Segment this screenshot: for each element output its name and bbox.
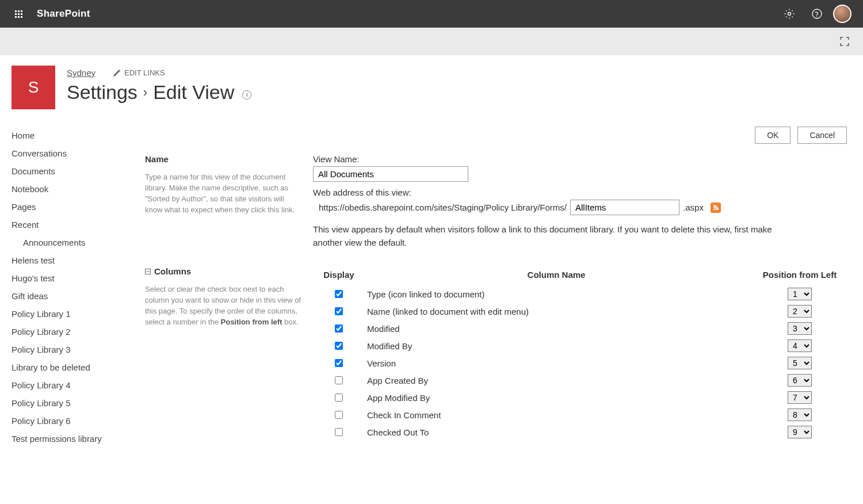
position-select[interactable]: 9 bbox=[788, 426, 812, 438]
page-title-settings[interactable]: Settings bbox=[67, 81, 138, 104]
section-columns: Columns Select or clear the check box ne… bbox=[145, 266, 851, 441]
nav-item[interactable]: Recent bbox=[12, 216, 145, 234]
nav-item[interactable]: Conversations bbox=[12, 144, 145, 162]
site-name-link[interactable]: Sydney bbox=[67, 68, 96, 78]
command-band bbox=[0, 28, 863, 55]
web-address-label: Web address of this view: bbox=[313, 188, 851, 197]
info-icon[interactable]: i bbox=[242, 90, 251, 100]
column-row: App Created By6 bbox=[313, 372, 851, 389]
page-header: S Sydney EDIT LINKS Settings › Edit View… bbox=[0, 55, 863, 115]
edit-links-button[interactable]: EDIT LINKS bbox=[113, 68, 165, 77]
nav-item[interactable]: Test permissions library bbox=[12, 430, 145, 448]
column-row: Modified By4 bbox=[313, 337, 851, 354]
focus-content-button[interactable] bbox=[835, 32, 854, 51]
display-checkbox[interactable] bbox=[335, 376, 343, 384]
help-button[interactable] bbox=[805, 2, 828, 25]
nav-item[interactable]: Documents bbox=[12, 162, 145, 180]
display-checkbox[interactable] bbox=[335, 411, 343, 419]
svg-point-3 bbox=[713, 208, 715, 210]
display-checkbox[interactable] bbox=[335, 342, 343, 350]
cancel-button[interactable]: Cancel bbox=[797, 127, 847, 144]
position-select[interactable]: 8 bbox=[788, 408, 812, 421]
site-tile[interactable]: S bbox=[12, 66, 55, 109]
nav-item[interactable]: Policy Library 4 bbox=[12, 376, 145, 394]
display-checkbox[interactable] bbox=[335, 307, 343, 315]
nav-item[interactable]: Hugo's test bbox=[12, 269, 145, 287]
columns-table: Display Column Name Position from Left T… bbox=[313, 266, 851, 441]
page-title-row: Settings › Edit View i bbox=[67, 81, 251, 104]
display-checkbox[interactable] bbox=[335, 428, 343, 436]
waffle-icon bbox=[15, 10, 22, 18]
view-name-input[interactable] bbox=[313, 166, 468, 182]
column-name-cell: App Modified By bbox=[365, 389, 748, 406]
column-row: App Modified By7 bbox=[313, 389, 851, 406]
svg-point-0 bbox=[788, 13, 791, 16]
app-launcher-button[interactable] bbox=[5, 0, 32, 28]
nav-item[interactable]: Policy Library 5 bbox=[12, 394, 145, 412]
column-row: Modified3 bbox=[313, 320, 851, 337]
help-icon bbox=[811, 8, 823, 20]
th-column-name: Column Name bbox=[365, 266, 748, 285]
settings-button[interactable] bbox=[778, 2, 801, 25]
default-view-note: This view appears by default when visito… bbox=[313, 223, 796, 249]
section-name-desc: Type a name for this view of the documen… bbox=[145, 172, 301, 215]
nav-item[interactable]: Pages bbox=[12, 198, 145, 216]
nav-item[interactable]: Notebook bbox=[12, 180, 145, 198]
url-suffix: .aspx bbox=[683, 203, 704, 212]
th-display: Display bbox=[313, 266, 365, 285]
display-checkbox[interactable] bbox=[335, 359, 343, 367]
position-select[interactable]: 5 bbox=[788, 357, 812, 369]
svg-point-2 bbox=[816, 16, 817, 17]
breadcrumb-chevron-icon: › bbox=[143, 85, 147, 100]
section-columns-desc: Select or clear the check box next to ea… bbox=[145, 284, 301, 327]
nav-item[interactable]: Helens test bbox=[12, 251, 145, 269]
ok-button[interactable]: OK bbox=[755, 127, 791, 144]
column-name-cell: App Created By bbox=[365, 372, 748, 389]
position-select[interactable]: 7 bbox=[788, 391, 812, 404]
display-checkbox[interactable] bbox=[335, 394, 343, 402]
nav-item[interactable]: Policy Library 6 bbox=[12, 412, 145, 430]
url-input[interactable] bbox=[570, 200, 679, 215]
section-columns-heading: Columns bbox=[145, 266, 301, 276]
column-name-cell: Type (icon linked to document) bbox=[365, 285, 748, 303]
position-select[interactable]: 3 bbox=[788, 322, 812, 335]
url-prefix: https://obedis.sharepoint.com/sites/Stag… bbox=[319, 203, 567, 212]
nav-item[interactable]: Home bbox=[12, 127, 145, 144]
section-name: Name Type a name for this view of the do… bbox=[145, 154, 851, 249]
column-row: Checked Out To9 bbox=[313, 423, 851, 441]
column-row: Name (linked to document with edit menu)… bbox=[313, 303, 851, 320]
position-select[interactable]: 4 bbox=[788, 339, 812, 352]
edit-links-label: EDIT LINKS bbox=[124, 68, 165, 77]
action-buttons: OK Cancel bbox=[145, 127, 851, 144]
collapse-icon[interactable] bbox=[145, 269, 151, 274]
gear-icon bbox=[784, 8, 795, 20]
fullscreen-icon bbox=[839, 36, 850, 47]
user-avatar[interactable] bbox=[833, 5, 851, 23]
nav-item[interactable]: Gift ideas bbox=[12, 287, 145, 305]
left-nav: HomeConversationsDocumentsNotebookPagesR… bbox=[12, 127, 145, 458]
display-checkbox[interactable] bbox=[335, 290, 343, 298]
page-title-current: Edit View bbox=[153, 81, 234, 104]
th-position: Position from Left bbox=[748, 266, 851, 285]
column-name-cell: Name (linked to document with edit menu) bbox=[365, 303, 748, 320]
column-row: Type (icon linked to document)1 bbox=[313, 285, 851, 303]
display-checkbox[interactable] bbox=[335, 324, 343, 333]
position-select[interactable]: 1 bbox=[788, 288, 812, 300]
position-select[interactable]: 6 bbox=[788, 374, 812, 387]
nav-item[interactable]: Policy Library 3 bbox=[12, 341, 145, 358]
column-name-cell: Modified bbox=[365, 320, 748, 337]
rss-icon[interactable] bbox=[711, 203, 721, 213]
nav-item[interactable]: Policy Library 2 bbox=[12, 323, 145, 341]
pencil-icon bbox=[113, 69, 121, 77]
column-name-cell: Checked Out To bbox=[365, 423, 748, 441]
column-row: Version5 bbox=[313, 354, 851, 372]
column-name-cell: Modified By bbox=[365, 337, 748, 354]
nav-item[interactable]: Library to be deleted bbox=[12, 358, 145, 376]
nav-item[interactable]: Announcements bbox=[12, 234, 145, 251]
column-name-cell: Version bbox=[365, 354, 748, 372]
nav-item[interactable]: Policy Library 1 bbox=[12, 305, 145, 323]
position-select[interactable]: 2 bbox=[788, 305, 812, 318]
app-name: SharePoint bbox=[37, 8, 90, 20]
top-bar: SharePoint bbox=[0, 0, 863, 28]
column-row: Check In Comment8 bbox=[313, 406, 851, 423]
